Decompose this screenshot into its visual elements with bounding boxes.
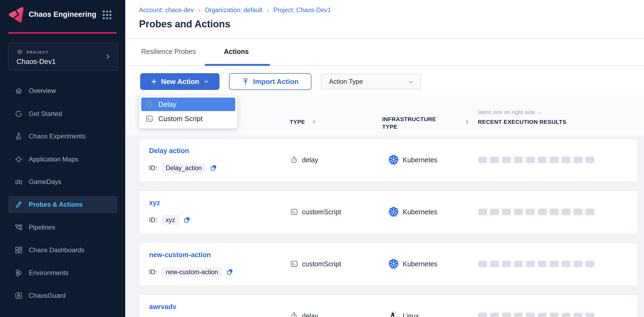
infrastructure-value: Kubernetes xyxy=(403,260,437,268)
module-switcher-grid-icon[interactable] xyxy=(101,9,113,21)
terminal-icon xyxy=(290,208,298,216)
sidebar-item-label: Probes & Actions xyxy=(29,201,83,208)
sidebar-item-get-started[interactable]: Get Started xyxy=(8,105,118,122)
tabbar-divider xyxy=(126,65,644,66)
id-label: ID: xyxy=(149,216,157,224)
action-name-link[interactable]: xyz xyxy=(149,199,160,207)
column-header-infrastructure: INFRASTRUCTURE TYPE xyxy=(382,115,453,131)
breadcrumb-org-link[interactable]: Organization: default xyxy=(205,7,262,14)
action-id-row: ID:xyz xyxy=(149,215,191,225)
sidebar-item-label: GameDays xyxy=(29,178,61,186)
sidebar-item-chaos-experiments[interactable]: Chaos Experiments xyxy=(8,128,118,145)
execution-result-placeholder xyxy=(538,261,547,267)
sort-icon[interactable] xyxy=(464,119,470,126)
execution-result-placeholder xyxy=(574,209,582,215)
chevron-right-icon xyxy=(104,53,111,60)
execution-result-placeholder xyxy=(538,313,547,317)
kubernetes-icon xyxy=(388,155,399,165)
id-label: ID: xyxy=(149,269,157,276)
infrastructure-cell: Kubernetes xyxy=(388,204,437,220)
copy-icon[interactable] xyxy=(210,164,217,172)
type-value: customScript xyxy=(302,260,341,268)
tab-resilience-probes[interactable]: Resilience Probes xyxy=(141,48,196,56)
action-type-filter[interactable]: Action Type xyxy=(321,74,421,89)
execution-result-placeholder xyxy=(478,261,487,267)
column-header-recent-results: RECENT EXECUTION RESULTS xyxy=(478,119,566,125)
app-window: Chaos Engineering PROJECT Chaos-Dev1 Ove… xyxy=(0,0,644,317)
sidebar-item-probes-actions[interactable]: Probes & Actions xyxy=(8,196,118,213)
breadcrumb-project-link[interactable]: Project: Chaos-Dev1 xyxy=(273,7,331,14)
brand-accent-divider xyxy=(8,32,117,34)
menu-item-custom-script[interactable]: Custom Script xyxy=(141,111,235,126)
sidebar-item-chaos-dashboards[interactable]: Chaos Dashboards xyxy=(8,241,118,259)
project-selector[interactable]: PROJECT Chaos-Dev1 xyxy=(8,43,118,71)
sidebar-item-label: Get Started xyxy=(29,110,62,118)
type-value: delay xyxy=(302,312,318,317)
tab-actions[interactable]: Actions xyxy=(224,48,249,56)
new-action-button[interactable]: New Action xyxy=(140,73,220,90)
infrastructure-cell: Kubernetes xyxy=(388,152,437,168)
action-id-row: ID:Delay_action xyxy=(149,163,217,173)
infrastructure-value: Linux xyxy=(403,312,419,317)
execution-result-placeholder xyxy=(514,157,523,163)
action-name-link[interactable]: awrvadv xyxy=(149,303,176,311)
execution-result-placeholder xyxy=(574,261,582,267)
execution-result-placeholder xyxy=(478,157,487,163)
execution-result-placeholder xyxy=(562,157,571,163)
action-id-row: ID:new-custom-action xyxy=(149,267,234,277)
menu-item-delay[interactable]: Delay xyxy=(141,98,235,111)
column-header-type: TYPE xyxy=(290,119,305,125)
sidebar-item-application-maps[interactable]: Application Maps xyxy=(8,151,118,168)
execution-result-placeholder xyxy=(562,313,571,317)
sidebar-item-label: Environments xyxy=(29,269,69,277)
execution-result-placeholder xyxy=(526,209,535,215)
sidebar-item-environments[interactable]: Environments xyxy=(8,264,118,282)
recent-execution-results xyxy=(478,313,594,317)
new-action-label: New Action xyxy=(161,77,199,86)
execution-result-placeholder xyxy=(538,157,547,163)
execution-result-placeholder xyxy=(562,261,571,267)
crosshair-icon xyxy=(15,155,23,163)
execution-result-placeholder xyxy=(562,209,571,215)
sidebar-item-gamedays[interactable]: GameDays xyxy=(8,173,118,190)
recent-execution-results xyxy=(478,261,594,267)
project-name: Chaos-Dev1 xyxy=(17,57,56,66)
action-name-link[interactable]: Delay action xyxy=(149,147,189,155)
copy-icon[interactable] xyxy=(226,268,234,276)
execution-result-placeholder xyxy=(502,157,511,163)
sidebar-item-pipelines[interactable]: Pipelines xyxy=(8,219,118,236)
import-action-button[interactable]: Import Action xyxy=(229,73,311,90)
sidebar: Chaos Engineering PROJECT Chaos-Dev1 Ove… xyxy=(0,0,125,317)
sidebar-item-overview[interactable]: Overview xyxy=(8,82,118,99)
sidebar-header: Chaos Engineering xyxy=(8,6,118,24)
table-row-xyz: xyzID:xyzcustomScriptKubernetes xyxy=(139,191,638,234)
sidebar-item-label: Overview xyxy=(29,87,56,95)
sidebar-item-label: Chaos Experiments xyxy=(29,132,85,140)
stopwatch-icon xyxy=(145,100,153,108)
execution-result-placeholder xyxy=(585,209,594,215)
copy-icon[interactable] xyxy=(183,216,191,224)
sidebar-item-label: Chaos Dashboards xyxy=(29,246,84,254)
breadcrumb-account-link[interactable]: Account: chaos-dev xyxy=(139,7,194,14)
id-label: ID: xyxy=(149,164,157,172)
execution-result-placeholder xyxy=(550,313,559,317)
action-id-value: new-custom-action xyxy=(161,267,222,277)
test-tube-icon xyxy=(15,200,23,209)
action-name-link[interactable]: new-custom-action xyxy=(149,251,211,259)
sort-icon[interactable] xyxy=(311,119,317,126)
infrastructure-cell: Linux xyxy=(388,308,419,317)
action-id-value: Delay_action xyxy=(161,163,206,173)
execution-result-placeholder xyxy=(550,261,559,267)
sidebar-item-chaosguard[interactable]: ChaosGuard xyxy=(8,287,118,304)
kubernetes-icon xyxy=(388,207,399,217)
dashboard-icon xyxy=(15,246,23,254)
plus-icon xyxy=(150,78,157,85)
import-action-label: Import Action xyxy=(253,77,298,86)
infrastructure-value: Kubernetes xyxy=(403,156,437,164)
menu-item-label: Delay xyxy=(158,100,176,109)
execution-result-placeholder xyxy=(585,157,594,163)
execution-result-placeholder xyxy=(502,209,511,215)
recent-execution-results xyxy=(478,209,594,215)
page-title: Probes and Actions xyxy=(139,18,230,30)
action-id-value: xyz xyxy=(161,215,179,225)
